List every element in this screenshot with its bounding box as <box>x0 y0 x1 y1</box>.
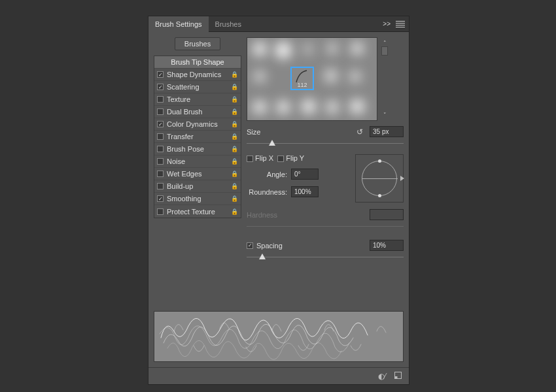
option-brush-tip-shape[interactable]: Brush Tip Shape <box>154 56 241 69</box>
lock-icon[interactable]: 🔒 <box>231 195 238 202</box>
brush-stroke-icon <box>292 69 312 84</box>
lock-icon[interactable]: 🔒 <box>231 71 238 78</box>
flip-y-label: Flip Y <box>286 154 304 162</box>
roundness-input[interactable]: 100% <box>291 186 319 197</box>
checkbox-icon[interactable] <box>157 171 164 177</box>
size-input[interactable]: 35 px <box>370 126 404 137</box>
option-label: Protect Texture <box>167 208 238 216</box>
flip-y-checkbox[interactable] <box>277 155 284 162</box>
angle-arrow-icon[interactable] <box>400 176 404 181</box>
hardness-input <box>370 209 404 220</box>
checkbox-icon[interactable] <box>157 84 164 90</box>
brush-settings-panel: Brush Settings Brushes >> Brushes Brush … <box>148 16 409 385</box>
option-label: Dual Brush <box>167 108 238 116</box>
checkbox-icon[interactable] <box>157 71 164 78</box>
selected-brush-swatch[interactable]: 112 <box>290 67 314 90</box>
panel-footer: ◐⁄ <box>148 367 409 384</box>
checkbox-icon[interactable] <box>157 146 164 152</box>
angle-roundness-widget[interactable] <box>355 154 404 203</box>
lock-icon[interactable]: 🔒 <box>231 108 238 115</box>
flip-row: Flip X Flip Y <box>247 154 350 162</box>
flip-x-label: Flip X <box>255 154 273 162</box>
spacing-checkbox[interactable] <box>247 242 253 249</box>
option-brush-pose[interactable]: Brush Pose🔒 <box>154 143 241 155</box>
option-shape-dynamics[interactable]: Shape Dynamics🔒 <box>154 69 241 81</box>
option-dual-brush[interactable]: Dual Brush🔒 <box>154 106 241 118</box>
angle-handle-top[interactable] <box>378 159 381 163</box>
option-transfer[interactable]: Transfer🔒 <box>154 131 241 143</box>
size-label: Size <box>247 128 353 136</box>
stroke-preview-svg <box>154 312 403 361</box>
option-label: Build-up <box>167 182 238 190</box>
option-label: Texture <box>167 95 238 103</box>
option-label: Transfer <box>167 133 238 140</box>
option-label: Wet Edges <box>167 170 238 178</box>
lock-icon[interactable]: 🔒 <box>231 146 238 152</box>
checkbox-icon[interactable] <box>157 133 164 140</box>
preset-scrollbar[interactable]: ˄ ˅ <box>380 37 389 121</box>
spacing-slider[interactable] <box>247 252 404 261</box>
option-texture[interactable]: Texture🔒 <box>154 93 241 106</box>
brush-options-list: Brush Tip Shape Shape Dynamics🔒 Scatteri… <box>154 56 241 218</box>
tab-brush-settings[interactable]: Brush Settings <box>148 16 209 32</box>
checkbox-icon[interactable] <box>157 208 164 215</box>
slider-knob[interactable] <box>269 140 275 146</box>
option-label: Noise <box>167 157 238 165</box>
spacing-input[interactable]: 10% <box>370 240 404 251</box>
panel-menu-icon[interactable] <box>396 21 405 27</box>
scroll-up-icon[interactable]: ˄ <box>383 40 387 46</box>
lock-icon[interactable]: 🔒 <box>231 171 238 177</box>
brushes-button[interactable]: Brushes <box>175 37 220 50</box>
toggle-preview-icon[interactable]: ◐⁄ <box>378 372 386 381</box>
flip-x-checkbox[interactable] <box>247 155 253 162</box>
option-label: Color Dynamics <box>167 120 238 128</box>
spacing-label: Spacing <box>255 242 370 250</box>
angle-label: Angle: <box>247 171 291 178</box>
option-label: Smoothing <box>167 195 238 203</box>
lock-icon[interactable]: 🔒 <box>231 208 238 215</box>
lock-icon[interactable]: 🔒 <box>231 133 238 140</box>
scroll-down-icon[interactable]: ˅ <box>383 112 387 118</box>
checkbox-icon[interactable] <box>157 183 164 189</box>
checkbox-icon[interactable] <box>157 121 164 127</box>
option-label: Scattering <box>167 83 238 91</box>
checkbox-icon[interactable] <box>157 96 164 103</box>
checkbox-icon[interactable] <box>157 195 164 202</box>
checkbox-icon[interactable] <box>157 158 164 165</box>
tab-brushes[interactable]: Brushes <box>209 16 248 32</box>
lock-icon[interactable]: 🔒 <box>231 183 238 189</box>
option-label: Brush Pose <box>167 145 238 153</box>
option-scattering[interactable]: Scattering🔒 <box>154 81 241 93</box>
checkbox-icon[interactable] <box>157 108 164 115</box>
option-build-up[interactable]: Build-up🔒 <box>154 180 241 193</box>
option-smoothing[interactable]: Smoothing🔒 <box>154 193 241 205</box>
option-protect-texture[interactable]: Protect Texture🔒 <box>154 205 241 218</box>
svg-rect-1 <box>395 376 398 379</box>
hardness-slider <box>247 221 404 231</box>
slider-knob[interactable] <box>259 253 266 259</box>
stroke-preview <box>154 311 404 362</box>
tab-bar: Brush Settings Brushes >> <box>148 16 409 32</box>
option-label: Shape Dynamics <box>167 71 238 78</box>
reset-size-icon[interactable]: ↺ <box>356 127 363 137</box>
hardness-label: Hardness <box>247 211 366 219</box>
angle-handle-bottom[interactable] <box>378 194 381 197</box>
lock-icon[interactable]: 🔒 <box>231 96 238 103</box>
size-slider[interactable] <box>247 139 404 148</box>
option-wet-edges[interactable]: Wet Edges🔒 <box>154 168 241 180</box>
collapse-icon[interactable]: >> <box>383 20 391 27</box>
new-preset-icon[interactable] <box>394 371 402 382</box>
angle-input[interactable]: 0° <box>291 169 319 180</box>
scroll-thumb[interactable] <box>381 46 388 56</box>
roundness-label: Roundness: <box>247 188 291 196</box>
lock-icon[interactable]: 🔒 <box>231 84 238 90</box>
option-color-dynamics[interactable]: Color Dynamics🔒 <box>154 118 241 131</box>
lock-icon[interactable]: 🔒 <box>231 158 238 165</box>
lock-icon[interactable]: 🔒 <box>231 121 238 127</box>
option-header-label: Brush Tip Shape <box>171 58 224 66</box>
option-noise[interactable]: Noise🔒 <box>154 155 241 168</box>
brush-preset-grid[interactable]: 112 <box>247 37 377 121</box>
